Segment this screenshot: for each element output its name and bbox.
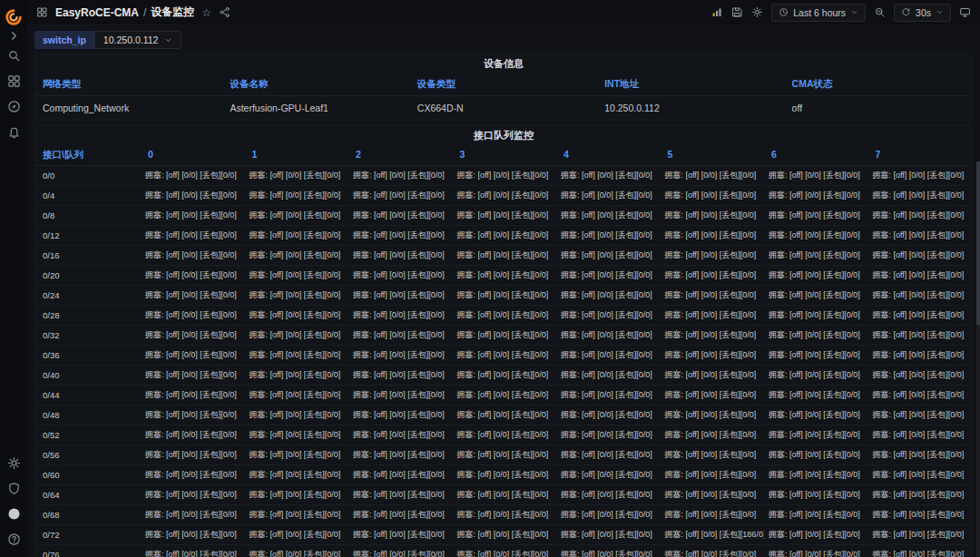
dashboard-settings-icon[interactable] [751, 6, 763, 18]
column-header[interactable]: 2 [348, 145, 453, 166]
zoom-out-icon[interactable] [874, 6, 886, 18]
refresh-interval-label: 30s [916, 7, 931, 18]
queue-cell: 拥塞: [off] [0/0] [丢包][0/0] [764, 406, 868, 425]
queue-cell: 拥塞: [off] [0/0] [丢包][0/0] [764, 445, 868, 464]
breadcrumb-separator: / [143, 6, 146, 19]
table-row: 0/12拥塞: [off] [0/0] [丢包][0/0]拥塞: [off] [… [35, 226, 972, 246]
variable-value-dropdown[interactable]: 10.250.0.112 [94, 31, 182, 49]
queue-cell: 拥塞: [off] [0/0] [丢包][0/0] [348, 366, 453, 385]
queue-cell: 拥塞: [off] [0/0] [丢包][0/0] [141, 266, 245, 285]
admin-shield-icon[interactable] [4, 478, 24, 498]
column-header[interactable]: 5 [661, 145, 765, 166]
interface-cell: 0/8 [35, 206, 141, 225]
column-header[interactable]: 设备名称 [222, 73, 409, 96]
queue-cell: 拥塞: [off] [0/0] [丢包][0/0] [868, 406, 973, 425]
column-header[interactable]: INT地址 [597, 73, 784, 96]
queue-cell: 拥塞: [off] [0/0] [丢包][0/0] [453, 166, 557, 185]
search-icon[interactable] [4, 45, 24, 65]
column-header[interactable]: 1 [245, 145, 349, 166]
queue-cell: 拥塞: [off] [0/0] [丢包][0/0] [453, 545, 557, 557]
settings-gear-icon[interactable] [4, 453, 24, 473]
queue-cell: 拥塞: [off] [0/0] [丢包][0/0] [868, 485, 973, 504]
queue-cell: 拥塞: [off] [0/0] [丢包][0/0] [556, 226, 661, 245]
share-icon[interactable] [219, 6, 230, 18]
explore-compass-icon[interactable] [4, 96, 24, 116]
user-avatar[interactable] [4, 503, 24, 523]
kiosk-monitor-icon[interactable] [959, 6, 971, 18]
column-header[interactable]: 7 [868, 145, 973, 166]
queue-cell: 拥塞: [off] [0/0] [丢包][0/0] [764, 465, 868, 484]
sidebar [0, 0, 27, 557]
time-range-picker[interactable]: Last 6 hours [771, 4, 866, 22]
queue-monitor-panel: 接口队列监控 接口\队列01234567 0/0拥塞: [off] [0/0] … [34, 124, 973, 557]
queue-cell: 拥塞: [off] [0/0] [丢包][0/0] [661, 166, 765, 185]
alerting-bell-icon[interactable] [4, 122, 24, 142]
table-row: 0/52拥塞: [off] [0/0] [丢包][0/0]拥塞: [off] [… [35, 425, 972, 445]
column-header[interactable]: 设备类型 [410, 73, 597, 96]
queue-cell: 拥塞: [off] [0/0] [丢包][0/0] [556, 286, 661, 305]
queue-cell: 拥塞: [off] [0/0] [丢包][0/0] [868, 206, 973, 225]
breadcrumb[interactable]: EasyRoCE-CMA / 设备监控 [55, 5, 194, 20]
queue-cell: 拥塞: [off] [0/0] [丢包][0/0] [868, 465, 973, 484]
interface-cell: 0/48 [35, 406, 141, 425]
queue-cell: 拥塞: [off] [0/0] [丢包][0/0] [868, 186, 973, 205]
sidebar-expand-chevron-icon[interactable] [4, 30, 24, 41]
queue-cell: 拥塞: [off] [0/0] [丢包][0/0] [141, 246, 245, 265]
scrollbar-thumb[interactable] [976, 161, 980, 325]
add-panel-icon[interactable] [711, 6, 723, 18]
queue-cell: 拥塞: [off] [0/0] [丢包][0/0] [556, 326, 661, 345]
grafana-logo-icon[interactable] [4, 7, 24, 27]
device-info-panel: 设备信息 网络类型设备名称设备类型INT地址CMA状态 Computing_Ne… [34, 53, 973, 121]
queue-cell: 拥塞: [off] [0/0] [丢包][0/0] [141, 545, 245, 557]
table-row: 0/4拥塞: [off] [0/0] [丢包][0/0]拥塞: [off] [0… [35, 186, 972, 206]
star-dashboard-icon[interactable]: ☆ [201, 7, 211, 18]
queue-cell: 拥塞: [off] [0/0] [丢包][0/0] [556, 545, 661, 557]
interface-cell: 0/40 [35, 366, 141, 385]
device-table-head: 网络类型设备名称设备类型INT地址CMA状态 [35, 73, 972, 96]
queue-cell: 拥塞: [off] [0/0] [丢包][0/0] [453, 366, 557, 385]
table-row: 0/24拥塞: [off] [0/0] [丢包][0/0]拥塞: [off] [… [35, 286, 972, 306]
queue-cell: 拥塞: [off] [0/0] [丢包][0/0] [661, 306, 765, 325]
column-header[interactable]: 0 [141, 145, 245, 166]
scrollbar[interactable] [976, 161, 980, 557]
queue-cell: 拥塞: [off] [0/0] [丢包][0/0] [245, 525, 349, 544]
queue-cell: 拥塞: [off] [0/0] [丢包][0/0] [348, 465, 453, 484]
queue-cell: 拥塞: [off] [0/0] [丢包][0/0] [764, 166, 868, 185]
refresh-picker[interactable]: 30s [894, 4, 951, 22]
queue-cell: 拥塞: [off] [0/0] [丢包][0/0] [556, 485, 661, 504]
queue-cell: 拥塞: [off] [0/0] [丢包][0/0] [556, 425, 661, 445]
panel-title: 设备信息 [35, 54, 972, 73]
table-row: 0/44拥塞: [off] [0/0] [丢包][0/0]拥塞: [off] [… [35, 386, 972, 406]
column-header[interactable]: 网络类型 [35, 73, 222, 96]
variable-label: switch_ip [34, 31, 94, 49]
apps-grid-icon[interactable] [36, 6, 48, 18]
queue-cell: 拥塞: [off] [0/0] [丢包][0/0] [868, 166, 973, 185]
dashboard-title: EasyRoCE-CMA [55, 6, 139, 19]
save-dashboard-icon[interactable] [731, 6, 743, 18]
queue-cell: 拥塞: [off] [0/0] [丢包][0/0] [764, 366, 868, 385]
column-header[interactable]: 3 [453, 145, 557, 166]
dashboards-icon[interactable] [4, 71, 24, 91]
column-header[interactable]: 接口\队列 [35, 145, 141, 166]
interface-cell: 0/24 [35, 286, 141, 305]
column-header[interactable]: 6 [764, 145, 868, 166]
table-row: 0/36拥塞: [off] [0/0] [丢包][0/0]拥塞: [off] [… [35, 346, 972, 366]
queue-cell: 拥塞: [off] [0/0] [丢包][0/0] [453, 206, 557, 225]
queue-cell: 拥塞: [off] [0/0] [丢包][0/0] [245, 465, 349, 484]
queue-cell: 拥塞: [off] [0/0] [丢包][0/0] [453, 346, 557, 365]
queue-cell: 拥塞: [off] [0/0] [丢包][0/0] [868, 525, 973, 544]
queue-cell: 拥塞: [off] [0/0] [丢包][0/0] [245, 346, 349, 365]
queue-cell: 拥塞: [off] [0/0] [丢包][0/0] [556, 246, 661, 265]
queue-cell: 拥塞: [off] [0/0] [丢包][0/0] [245, 326, 349, 345]
interface-cell: 0/20 [35, 266, 141, 285]
clock-icon [779, 7, 789, 17]
queue-cell: 拥塞: [off] [0/0] [丢包][0/0] [764, 545, 868, 557]
column-header[interactable]: CMA状态 [785, 73, 972, 96]
queue-cell: 拥塞: [off] [0/0] [丢包][0/0] [661, 226, 765, 245]
queue-cell: 拥塞: [off] [0/0] [丢包][0/0] [661, 386, 765, 405]
interface-cell: 0/60 [35, 465, 141, 484]
help-icon[interactable] [4, 529, 24, 549]
queue-cell: 拥塞: [off] [0/0] [丢包][0/0] [661, 286, 765, 305]
column-header[interactable]: 4 [556, 145, 661, 166]
queue-cell: 拥塞: [off] [0/0] [丢包][0/0] [245, 246, 349, 265]
